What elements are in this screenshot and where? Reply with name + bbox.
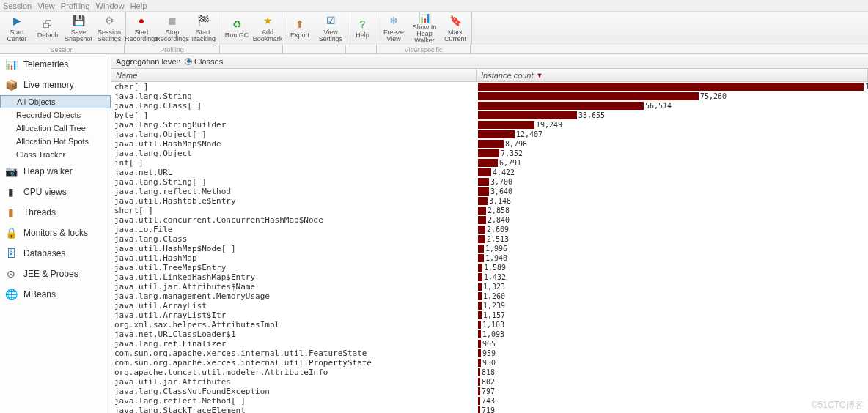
menu-view[interactable]: View [37,1,55,10]
sub-all-objects[interactable]: All Objects [0,95,111,108]
table-row[interactable]: java.util.Hashtable$Entry3,148 [111,196,868,206]
table-row[interactable]: java.util.HashMap$Node[ ]1,996 [111,244,868,253]
nav-jee-probes[interactable]: ⊙JEE & Probes [0,264,111,284]
row-value: 75,260 [700,92,727,101]
table-row[interactable]: java.lang.ClassNotFoundException797 [111,387,868,396]
table-row[interactable]: java.lang.Class2,513 [111,234,868,244]
add-bookmark-button[interactable]: ★AddBookmark [252,12,283,45]
start-center-button[interactable]: ▶StartCenter [1,12,32,45]
aggregation-option-classes[interactable]: Classes [185,57,223,66]
view-settings-button[interactable]: ☑ViewSettings [315,12,346,45]
start-tracking-button[interactable]: 🏁StartTracking [188,12,218,45]
row-value: 19,249 [536,120,562,130]
table-row[interactable]: java.util.ArrayList$Itr1,157 [111,310,868,320]
table-row[interactable]: org.apache.tomcat.util.modeler.Attribute… [111,368,868,377]
table-row[interactable]: com.sun.org.apache.xerces.internal.util.… [111,358,868,368]
cpu-views-icon: ▮ [4,185,18,198]
sub-recorded-objects[interactable]: Recorded Objects [0,108,111,122]
save-snapshot-icon: 💾 [72,15,85,28]
row-bar-cell: 7,352 [477,149,868,158]
table-row[interactable]: java.util.HashMap1,940 [111,253,868,263]
table-row[interactable]: java.lang.String75,260 [111,92,868,101]
row-bar-cell: 4,422 [477,168,868,177]
table-row[interactable]: java.lang.Class[ ]56,514 [111,101,868,111]
table-row[interactable]: java.lang.ref.Finalizer965 [111,339,868,349]
table-row[interactable]: com.sun.org.apache.xerces.internal.util.… [111,349,868,358]
table-row[interactable]: java.lang.String[ ]3,700 [111,177,868,187]
bar-icon [478,226,485,234]
row-bar-cell: 1,157 [477,310,868,320]
mbeans-icon: 🌐 [4,288,18,301]
row-value: 965 [482,339,496,349]
view-settings-label: ViewSettings [319,29,343,42]
group-label [346,45,377,53]
menu-session[interactable]: Session [3,1,32,10]
detach-label: Detach [37,32,59,39]
table-row[interactable]: java.util.jar.Attributes$Name1,323 [111,282,868,291]
sub-class-tracker[interactable]: Class Tracker [0,148,111,161]
table-row[interactable]: java.lang.Object[ ]12,407 [111,130,868,139]
nav-telemetries[interactable]: 📊Telemetries [0,54,111,75]
table-row[interactable]: short[ ]2,858 [111,206,868,215]
export-button[interactable]: ⬆Export [284,12,315,45]
nav-cpu-views[interactable]: ▮CPU views [0,182,111,202]
start-recordings-button[interactable]: ●StartRecordings [126,12,157,45]
save-snapshot-button[interactable]: 💾SaveSnapshot [63,12,94,45]
session-settings-button[interactable]: ⚙SessionSettings [94,12,125,45]
table-row[interactable]: byte[ ]33,655 [111,111,868,120]
table-row[interactable]: java.lang.reflect.Method[ ]743 [111,396,868,406]
table-row[interactable]: java.util.ArrayList1,239 [111,301,868,310]
menu-profiling[interactable]: Profiling [61,1,90,10]
start-tracking-label: StartTracking [191,29,216,42]
show-in-heap-button[interactable]: 📊Show InHeap Walker [409,12,440,45]
table-row[interactable]: java.lang.StringBuilder19,249 [111,120,868,130]
detach-button[interactable]: 🗗Detach [32,12,63,45]
row-bar-cell: 2,513 [477,234,868,244]
row-value: 2,513 [487,234,509,244]
table-row[interactable]: java.lang.StackTraceElement719 [111,406,868,413]
table-row[interactable]: java.util.TreeMap$Entry1,589 [111,263,868,272]
table-row[interactable]: char[ ]131,4 [111,82,868,92]
row-bar-cell: 3,148 [477,196,868,206]
table-row[interactable]: java.lang.Object7,352 [111,149,868,158]
nav-monitors-locks[interactable]: 🔒Monitors & locks [0,223,111,243]
row-name: java.lang.reflect.Method[ ] [111,396,477,406]
table-row[interactable]: java.net.URL4,422 [111,168,868,177]
sub-allocation-call-tree[interactable]: Allocation Call Tree [0,122,111,135]
nav-threads[interactable]: ▮Threads [0,202,111,223]
stop-recordings-button[interactable]: ◼StopRecordings [157,12,188,45]
column-name[interactable]: Name [111,69,477,81]
bar-icon [478,254,484,262]
nav-live-memory[interactable]: 📦Live memory [0,75,111,95]
nav-databases[interactable]: 🗄Databases [0,243,111,264]
table-row[interactable]: java.util.jar.Attributes802 [111,377,868,387]
table-row[interactable]: java.util.HashMap$Node8,796 [111,139,868,149]
row-name: java.lang.Class [111,234,477,244]
freeze-view-button[interactable]: ❄FreezeView [378,12,409,45]
menu-help[interactable]: Help [130,1,147,10]
start-tracking-icon: 🏁 [196,15,210,28]
threads-icon: ▮ [4,206,18,219]
bar-icon [478,273,482,281]
help-button[interactable]: ?Help [347,12,378,45]
row-name: org.apache.tomcat.util.modeler.Attribute… [111,368,477,377]
menu-window[interactable]: Window [96,1,125,10]
sub-allocation-hot-spots[interactable]: Allocation Hot Spots [0,135,111,148]
table-row[interactable]: java.lang.management.MemoryUsage1,260 [111,291,868,301]
table-row[interactable]: java.io.File2,609 [111,225,868,234]
monitors-locks-label: Monitors & locks [23,228,88,238]
nav-heap-walker[interactable]: 📷Heap walker [0,161,111,182]
table-row[interactable]: int[ ]6,791 [111,158,868,168]
table-row[interactable]: org.xml.sax.helpers.AttributesImpl1,103 [111,320,868,330]
column-instance-count[interactable]: Instance count▼ [477,69,868,81]
table-row[interactable]: java.util.concurrent.ConcurrentHashMap$N… [111,215,868,225]
table-row[interactable]: java.net.URLClassLoader$11,093 [111,330,868,339]
mark-current-button[interactable]: 🔖MarkCurrent [440,12,471,45]
row-value: 1,093 [482,330,504,339]
run-gc-button[interactable]: ♻Run GC [221,12,252,45]
row-name: java.lang.ClassNotFoundException [111,387,477,396]
table-row[interactable]: java.lang.reflect.Method3,640 [111,187,868,196]
table-row[interactable]: java.util.LinkedHashMap$Entry1,432 [111,272,868,282]
aggregation-label: Aggregation level: [116,57,180,66]
nav-mbeans[interactable]: 🌐MBeans [0,284,111,305]
